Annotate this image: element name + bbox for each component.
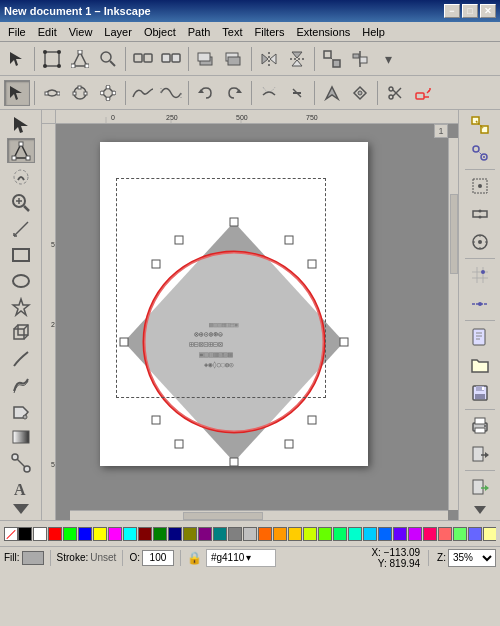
rect-tool[interactable] — [7, 242, 35, 267]
color-swatch[interactable] — [273, 527, 287, 541]
color-swatch[interactable] — [378, 527, 392, 541]
lower-btn[interactable] — [221, 46, 247, 72]
menu-view[interactable]: View — [63, 22, 99, 41]
scissors-btn[interactable] — [382, 80, 408, 106]
path-btn-8[interactable] — [319, 80, 345, 106]
handle-bottomright[interactable] — [308, 416, 316, 424]
menu-text[interactable]: Text — [216, 22, 248, 41]
more-btn[interactable]: ▾ — [375, 46, 401, 72]
color-swatch[interactable] — [93, 527, 107, 541]
color-swatch[interactable] — [438, 527, 452, 541]
maximize-button[interactable]: □ — [462, 4, 478, 18]
fill-color-box[interactable] — [22, 551, 44, 565]
raise-btn[interactable] — [193, 46, 219, 72]
menu-path[interactable]: Path — [182, 22, 217, 41]
select-arrow-btn[interactable] — [4, 80, 30, 106]
color-swatch[interactable] — [153, 527, 167, 541]
color-swatch[interactable] — [393, 527, 407, 541]
color-swatch[interactable] — [63, 527, 77, 541]
gradient-tool[interactable] — [7, 424, 35, 449]
menu-file[interactable]: File — [2, 22, 32, 41]
undo-btn[interactable] — [193, 80, 219, 106]
path-btn-9[interactable] — [347, 80, 373, 106]
star-tool[interactable] — [7, 294, 35, 319]
ellipse-tool[interactable] — [7, 268, 35, 293]
menu-layer[interactable]: Layer — [98, 22, 138, 41]
color-swatch[interactable] — [423, 527, 437, 541]
color-swatch[interactable] — [213, 527, 227, 541]
connector-tool[interactable] — [7, 450, 35, 475]
snap-btn[interactable] — [319, 46, 345, 72]
handle-top[interactable] — [230, 218, 238, 226]
bucket-tool[interactable] — [7, 398, 35, 423]
path-btn-3[interactable] — [95, 80, 121, 106]
path-btn-7[interactable] — [284, 80, 310, 106]
flip-v-btn[interactable] — [284, 46, 310, 72]
path-btn-5[interactable] — [158, 80, 184, 106]
handle-topright[interactable] — [308, 260, 316, 268]
color-swatch[interactable] — [183, 527, 197, 541]
color-swatch[interactable] — [108, 527, 122, 541]
print-btn[interactable] — [463, 413, 497, 439]
right-panel-expand[interactable] — [473, 502, 487, 518]
handle-right[interactable] — [340, 338, 348, 346]
export-btn[interactable] — [463, 474, 497, 500]
snap-bbox-btn[interactable] — [463, 173, 497, 199]
handle-topleft[interactable] — [152, 260, 160, 268]
align-btn[interactable] — [347, 46, 373, 72]
calligraphy-tool[interactable] — [7, 372, 35, 397]
color-swatch[interactable] — [453, 527, 467, 541]
canvas-viewport[interactable]: ⊞⊟⊠⊡⊞⊟⊠ ▣▤▥▦▧▨▩ ⊗⊕⊙⊚⊛⊜ ◈◉◊○◌◍◎ ▩▨▧▦▥▤▣ — [56, 124, 458, 520]
menu-extensions[interactable]: Extensions — [290, 22, 356, 41]
color-swatch[interactable] — [243, 527, 257, 541]
color-swatch[interactable] — [333, 527, 347, 541]
color-swatch[interactable] — [258, 527, 272, 541]
open-file-btn[interactable] — [463, 352, 497, 378]
node-tool[interactable] — [7, 138, 35, 163]
zoom-select[interactable]: 35% 50% 75% 100% 150% 200% — [448, 549, 496, 567]
path-btn-4[interactable] — [130, 80, 156, 106]
transform-btn[interactable] — [39, 46, 65, 72]
group-btn[interactable] — [130, 46, 156, 72]
handle-bottomleft[interactable] — [152, 416, 160, 424]
path-btn-2[interactable] — [67, 80, 93, 106]
close-button[interactable]: ✕ — [480, 4, 496, 18]
minimize-button[interactable]: − — [444, 4, 460, 18]
spray-btn[interactable] — [410, 80, 436, 106]
color-swatch[interactable] — [288, 527, 302, 541]
color-swatch[interactable] — [123, 527, 137, 541]
nodes-btn[interactable] — [67, 46, 93, 72]
snap-centers-btn[interactable] — [463, 229, 497, 255]
zoom-tool[interactable] — [7, 190, 35, 215]
path-btn-1[interactable] — [39, 80, 65, 106]
snap-midpoints-btn[interactable] — [463, 201, 497, 227]
flip-h-btn[interactable] — [256, 46, 282, 72]
color-swatch[interactable] — [198, 527, 212, 541]
zoom-btn[interactable] — [95, 46, 121, 72]
menu-edit[interactable]: Edit — [32, 22, 63, 41]
pencil-tool[interactable] — [7, 346, 35, 371]
color-swatch[interactable] — [18, 527, 32, 541]
scrollbar-v-thumb[interactable] — [450, 194, 458, 274]
color-swatch[interactable] — [363, 527, 377, 541]
measure-tool[interactable] — [7, 216, 35, 241]
tool-select-btn[interactable] — [4, 46, 30, 72]
path-btn-6[interactable] — [256, 80, 282, 106]
scrollbar-vertical[interactable] — [448, 138, 458, 510]
menu-filters[interactable]: Filters — [249, 22, 291, 41]
menu-help[interactable]: Help — [356, 22, 391, 41]
color-swatch[interactable] — [303, 527, 317, 541]
color-swatch[interactable] — [468, 527, 482, 541]
toolbox-expand[interactable] — [11, 502, 31, 518]
color-swatch[interactable] — [228, 527, 242, 541]
color-swatch[interactable] — [318, 527, 332, 541]
snap-grid-btn[interactable] — [463, 262, 497, 288]
scrollbar-h-thumb[interactable] — [183, 512, 263, 520]
opacity-input[interactable] — [142, 550, 174, 566]
redo-btn[interactable] — [221, 80, 247, 106]
handle-bottom[interactable] — [230, 458, 238, 466]
handle-left[interactable] — [120, 338, 128, 346]
color-swatch[interactable] — [348, 527, 362, 541]
save-file-btn[interactable] — [463, 380, 497, 406]
color-swatch[interactable] — [483, 527, 496, 541]
